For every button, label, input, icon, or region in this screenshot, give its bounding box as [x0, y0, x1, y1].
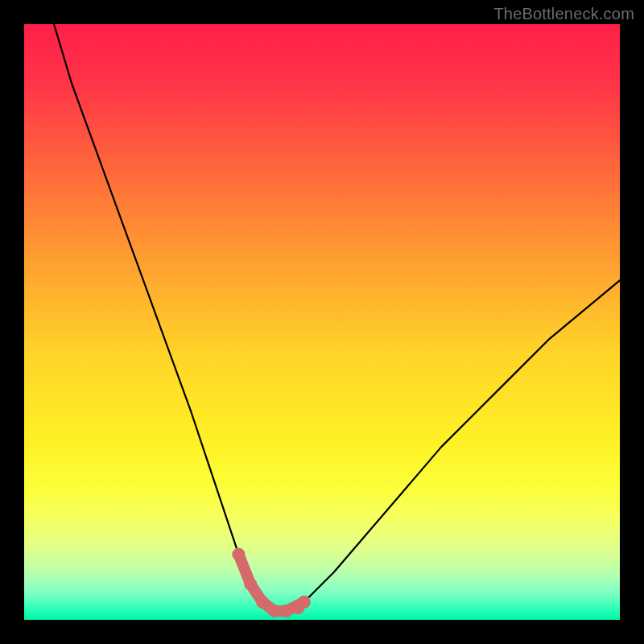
- plot-area: [24, 24, 620, 620]
- chart-frame: TheBottleneck.com: [0, 0, 644, 644]
- watermark-text: TheBottleneck.com: [493, 5, 634, 23]
- bottleneck-chart: [24, 24, 620, 620]
- highlight-marker: [280, 605, 293, 617]
- highlight-marker: [244, 578, 257, 591]
- highlight-marker: [232, 548, 245, 561]
- highlight-marker: [268, 605, 281, 617]
- gradient-background: [24, 24, 620, 620]
- highlight-marker: [256, 596, 269, 609]
- highlight-marker: [298, 596, 311, 609]
